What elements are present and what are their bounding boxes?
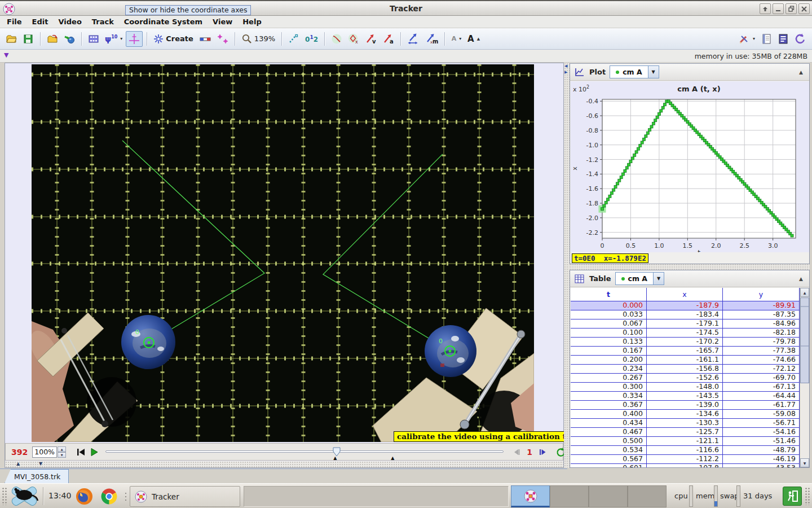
table-row[interactable]: 0.334-143.5-64.44 bbox=[571, 392, 800, 401]
splitter-left-icon[interactable]: ◀ bbox=[564, 64, 567, 68]
zoom-button[interactable]: 139% bbox=[239, 31, 277, 47]
slider-track[interactable] bbox=[105, 450, 504, 453]
trails-button[interactable] bbox=[286, 31, 302, 47]
vertical-splitter[interactable]: ◀ ▶ bbox=[564, 63, 570, 468]
table-row[interactable]: 0.601-107.8-43.53 bbox=[571, 464, 800, 467]
zoom-up-button[interactable]: ▲ bbox=[58, 446, 66, 452]
scroll-down-icon[interactable]: ▼ bbox=[800, 458, 809, 467]
table-row[interactable]: 0.434-130.3-56.71 bbox=[571, 419, 800, 428]
window-manager-logo-icon[interactable] bbox=[10, 485, 39, 508]
open-button[interactable] bbox=[3, 31, 19, 47]
open-library-button[interactable] bbox=[45, 31, 60, 47]
paths-button[interactable] bbox=[329, 31, 345, 47]
positions-button[interactable]: x bbox=[346, 31, 361, 47]
menu-file[interactable]: File bbox=[2, 16, 28, 28]
video-zoom-spinner[interactable]: 100% ▲ ▼ bbox=[32, 446, 66, 458]
table-row[interactable]: 0.367-139.0-61.77 bbox=[571, 401, 800, 410]
menu-view[interactable]: View bbox=[208, 16, 238, 28]
data-builder-button[interactable] bbox=[775, 31, 791, 47]
shade-window-button[interactable] bbox=[760, 3, 771, 14]
table-row[interactable]: 0.033-183.4-87.35 bbox=[571, 310, 800, 319]
step-size[interactable]: 1 bbox=[527, 448, 532, 457]
menu-coordinate-system[interactable]: Coordinate System bbox=[120, 16, 208, 28]
table-row[interactable]: 0.400-134.6-59.08 bbox=[571, 410, 800, 419]
save-button[interactable] bbox=[20, 31, 36, 47]
table-row[interactable]: 0.000-187.9-89.91 bbox=[571, 301, 800, 310]
divider-down-icon[interactable]: ▼ bbox=[39, 461, 42, 466]
menu-help[interactable]: Help bbox=[238, 16, 267, 28]
notes-button[interactable] bbox=[758, 31, 774, 47]
table-row[interactable]: 0.467-125.7-54.16 bbox=[571, 428, 800, 437]
restore-window-button[interactable] bbox=[785, 3, 797, 14]
table-track-dropdown[interactable]: cm A ▼ bbox=[615, 272, 664, 285]
video-frame[interactable]: 0 0 bbox=[32, 64, 534, 442]
tab-mvi-3058[interactable]: MVI_3058.trk bbox=[5, 469, 69, 483]
plot-body[interactable]: 00.51.01.52.02.53.0-0.4-0.6-0.8-1.0-1.2-… bbox=[571, 81, 809, 252]
create-button[interactable]: Create bbox=[151, 31, 196, 47]
scroll-up-icon[interactable]: ▲ bbox=[800, 288, 809, 297]
font-smaller-button[interactable]: A▾ bbox=[449, 31, 464, 47]
dropdown-arrow-icon[interactable]: ▼ bbox=[648, 66, 659, 78]
filter-funnel-icon[interactable]: ▼ bbox=[4, 51, 8, 59]
in-point-marker[interactable]: ▲ bbox=[333, 456, 337, 461]
menu-video[interactable]: Video bbox=[54, 16, 87, 28]
table-row[interactable]: 0.267-152.6-69.70 bbox=[571, 374, 800, 383]
stretch-button[interactable] bbox=[405, 31, 422, 47]
chrome-icon[interactable] bbox=[100, 488, 118, 507]
collapse-table-button[interactable]: ▲ bbox=[797, 275, 805, 283]
taskbar-grip[interactable] bbox=[2, 487, 7, 505]
workspace-1[interactable] bbox=[511, 485, 550, 507]
momentum-button[interactable]: xm bbox=[423, 31, 440, 47]
workspace-4[interactable] bbox=[628, 485, 667, 507]
table-row[interactable]: 0.133-170.2-79.78 bbox=[571, 338, 800, 347]
font-bigger-button[interactable]: A▲ bbox=[465, 31, 482, 47]
splitter-right-icon[interactable]: ▶ bbox=[564, 70, 567, 75]
refresh-button[interactable] bbox=[792, 31, 809, 47]
axes-button[interactable] bbox=[126, 31, 143, 47]
workspace-3[interactable] bbox=[589, 485, 628, 507]
table-row[interactable]: 0.234-156.8-72.12 bbox=[571, 365, 800, 374]
taskbar-grip[interactable] bbox=[805, 487, 810, 505]
column-header-y[interactable]: y bbox=[723, 288, 800, 301]
import-button[interactable] bbox=[61, 31, 77, 47]
step-forward-button[interactable] bbox=[537, 446, 548, 458]
table-row[interactable]: 0.167-165.7-77.38 bbox=[571, 347, 800, 356]
table-row[interactable]: 0.534-116.6-48.79 bbox=[571, 446, 800, 455]
logout-button[interactable] bbox=[783, 487, 802, 506]
clock[interactable]: 13:40 bbox=[48, 491, 71, 500]
labels-button[interactable]: 012 bbox=[303, 31, 320, 47]
play-button[interactable] bbox=[89, 446, 99, 458]
divider-up-icon[interactable]: ▲ bbox=[16, 461, 20, 466]
workspace-2[interactable] bbox=[550, 485, 589, 507]
step-back-button[interactable] bbox=[511, 446, 522, 458]
velocities-button[interactable]: v bbox=[363, 31, 379, 47]
scrollbar-thumb[interactable] bbox=[800, 297, 809, 383]
menu-track[interactable]: Track bbox=[87, 16, 120, 28]
table-row[interactable]: 0.300-148.0-67.13 bbox=[571, 383, 800, 392]
close-window-button[interactable] bbox=[798, 3, 810, 14]
table-row[interactable]: 0.567-112.2-46.19 bbox=[571, 455, 800, 464]
chart[interactable]: 00.51.01.52.02.53.0-0.4-0.6-0.8-1.0-1.2-… bbox=[571, 81, 809, 252]
firefox-icon[interactable] bbox=[76, 488, 93, 507]
table-row[interactable]: 0.200-161.1-74.66 bbox=[571, 356, 800, 365]
table-row[interactable]: 0.100-174.5-82.18 bbox=[571, 329, 800, 338]
menu-edit[interactable]: Edit bbox=[28, 16, 54, 28]
divider-strip[interactable]: ▲ ▼ bbox=[5, 461, 563, 467]
goto-start-button[interactable] bbox=[76, 446, 86, 458]
taskbar-tracker-button[interactable]: Tracker bbox=[130, 486, 240, 507]
table-row[interactable]: 0.067-179.1-84.96 bbox=[571, 319, 800, 329]
plot-track-dropdown[interactable]: cm A ▼ bbox=[610, 65, 659, 78]
table-row[interactable]: 0.500-121.1-51.46 bbox=[571, 437, 800, 446]
track-control-button[interactable]: ψ10▾ bbox=[103, 31, 125, 47]
minimize-window-button[interactable] bbox=[773, 3, 784, 14]
dropdown-arrow-icon[interactable]: ▼ bbox=[653, 273, 664, 284]
zoom-down-button[interactable]: ▼ bbox=[58, 452, 66, 458]
column-header-x[interactable]: x bbox=[647, 288, 723, 301]
video-zoom-value[interactable]: 100% bbox=[32, 446, 57, 458]
table-scrollbar[interactable]: ▲ ▼ bbox=[800, 288, 809, 467]
calibration-stick-button[interactable] bbox=[197, 31, 214, 47]
collapse-plot-button[interactable]: ▲ bbox=[797, 68, 805, 76]
frame-slider[interactable]: ▲ ▲ bbox=[105, 446, 504, 458]
workspace-pager[interactable] bbox=[511, 485, 667, 507]
out-point-marker[interactable]: ▲ bbox=[391, 456, 394, 461]
